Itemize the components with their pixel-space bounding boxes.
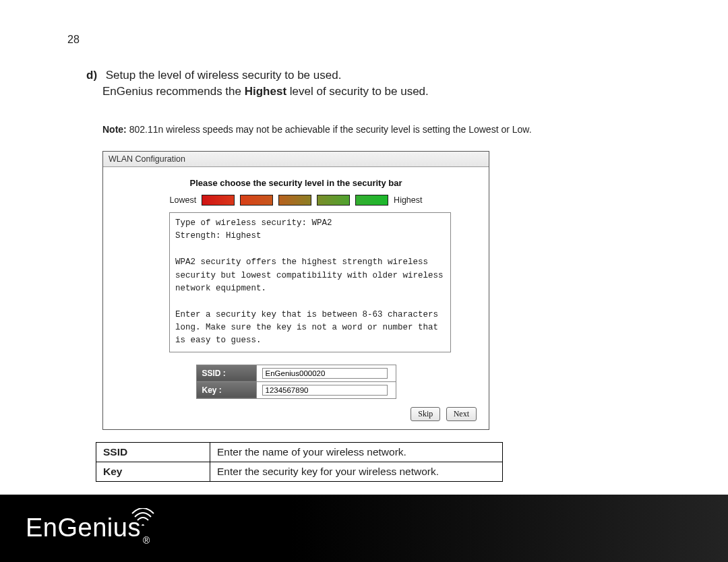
desc-name-0: SSID [96,442,210,462]
note-text: 802.11n wireless speeds may not be achie… [127,124,532,135]
brand-text: EnGenius [26,513,141,542]
note-label: Note: [102,124,127,135]
key-input[interactable] [262,385,388,396]
security-level-3[interactable] [278,195,311,206]
security-level-5[interactable] [355,195,388,206]
next-button[interactable]: Next [446,407,477,421]
step-letter: d) [86,69,102,82]
desc-name-1: Key [96,462,210,481]
step-line-2: EnGenius recommends the Highest level of… [102,85,667,98]
ssid-label: SSID : [196,365,256,381]
lowest-label: Lowest [170,195,197,205]
registered-icon: ® [143,535,150,546]
step-line-2-strong: Highest [245,85,286,98]
wlan-config-panel: WLAN Configuration Please choose the sec… [102,151,489,430]
desc-text-0: Enter the name of your wireless network. [210,442,503,462]
step-d: d) Setup the level of wireless security … [86,69,667,82]
page-number: 28 [67,34,667,46]
security-level-2[interactable] [240,195,273,206]
ssid-input[interactable] [262,368,388,379]
highest-label: Highest [394,195,422,205]
step-line-2-pre: EnGenius recommends the [102,85,245,98]
credentials-table: SSID : Key : [196,365,396,399]
panel-title: WLAN Configuration [103,152,489,167]
brand-logo: EnGenius ® [26,513,148,542]
step-line-1: Setup the level of wireless security to … [106,69,342,82]
wifi-icon [129,508,156,528]
security-level-4[interactable] [317,195,350,206]
security-level-1[interactable] [202,195,235,206]
step-line-2-post: level of security to be used. [286,85,429,98]
footer: EnGenius ® [0,495,728,562]
panel-heading: Please choose the security level in the … [111,178,481,188]
desc-text-1: Enter the security key for your wireless… [210,462,503,481]
note: Note: 802.11n wireless speeds may not be… [102,124,667,135]
security-info-box: Type of wireless security: WPA2 Strength… [169,212,451,352]
table-row: SSID Enter the name of your wireless net… [96,442,503,462]
security-bar: Lowest Highest [111,195,481,206]
table-row: Key Enter the security key for your wire… [96,462,503,481]
description-table: SSID Enter the name of your wireless net… [96,442,503,482]
key-label: Key : [196,381,256,398]
skip-button[interactable]: Skip [411,407,440,421]
